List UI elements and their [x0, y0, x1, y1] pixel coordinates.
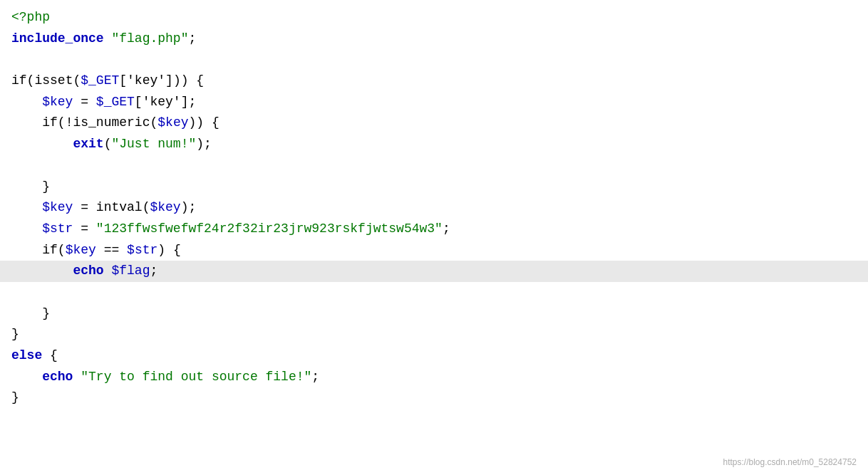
token: ;	[150, 263, 157, 278]
code-line	[0, 49, 868, 71]
token: isset	[34, 73, 73, 88]
token: "Try to find out source file!"	[81, 370, 311, 384]
watermark: https://blog.csdn.net/m0_52824752	[723, 456, 857, 469]
code-line: if(isset($_GET['key'])) {	[0, 71, 868, 92]
token: $str	[42, 221, 73, 236]
token	[11, 306, 42, 320]
token: }	[11, 327, 19, 341]
token: "Just num!"	[111, 137, 196, 151]
token: (	[73, 73, 81, 88]
token: $key	[42, 200, 73, 214]
code-line: }	[0, 177, 868, 198]
code-line: echo "Try to find out source file!";	[0, 367, 868, 388]
token: else	[11, 348, 42, 362]
token: include_once	[11, 31, 104, 46]
token: );	[196, 137, 212, 151]
token: ;	[311, 370, 319, 384]
code-line: exit("Just num!");	[0, 134, 868, 155]
token: );	[181, 200, 197, 214]
code-line: $key = $_GET['key'];	[0, 92, 868, 113]
token: $key	[150, 200, 180, 214]
token	[11, 370, 42, 384]
token: "123ffwsfwefwf24r2f32ir23jrw923rskfjwtsw…	[96, 221, 443, 236]
token: (	[58, 243, 66, 257]
token: =	[73, 200, 95, 214]
token: if	[42, 115, 58, 130]
code-line: include_once "flag.php";	[0, 28, 868, 50]
token	[11, 95, 42, 109]
token: $flag	[111, 263, 150, 278]
token: ['key']	[119, 73, 173, 88]
token: }	[11, 390, 19, 404]
token: $_GET	[81, 73, 119, 88]
token	[11, 221, 42, 236]
token: }	[42, 306, 50, 320]
code-container: <?phpinclude_once "flag.php"; if(isset($…	[0, 0, 868, 475]
code-line: $key = intval($key);	[0, 197, 868, 219]
token: intval	[96, 200, 143, 214]
code-line: }	[0, 387, 868, 409]
token: echo	[42, 370, 73, 384]
token: (	[104, 137, 112, 151]
token: ;	[188, 31, 196, 46]
token: }	[42, 179, 50, 194]
code-line: else {	[0, 345, 868, 367]
token	[11, 243, 42, 257]
token: <?php	[11, 10, 50, 24]
code-line: if(!is_numeric($key)) {	[0, 113, 868, 134]
code-line: }	[0, 303, 868, 325]
token: ;	[443, 221, 450, 236]
token: (	[143, 200, 150, 214]
token: ) {	[157, 243, 180, 257]
token	[104, 31, 112, 46]
token: ['key'];	[135, 95, 196, 109]
token: ==	[96, 243, 127, 257]
code-line: if($key == $str) {	[0, 240, 868, 261]
token: )) {	[173, 73, 204, 88]
token	[11, 137, 73, 151]
token: $key	[42, 95, 73, 109]
token: (	[150, 115, 157, 130]
code-line: }	[0, 324, 868, 345]
token: exit	[73, 137, 103, 151]
token	[11, 263, 73, 278]
token: {	[42, 348, 58, 362]
token: echo	[73, 263, 103, 278]
code-line	[0, 282, 868, 303]
token: $str	[127, 243, 157, 257]
token: $key	[66, 243, 96, 257]
token: $key	[157, 115, 188, 130]
token: )) {	[189, 115, 219, 130]
token: =	[73, 221, 95, 236]
code-line	[0, 155, 868, 177]
code-line: $str = "123ffwsfwefwf24r2f32ir23jrw923rs…	[0, 219, 868, 240]
token: is_numeric	[73, 115, 150, 130]
code-line: <?php	[0, 7, 868, 28]
token	[11, 200, 42, 214]
token: (!	[58, 115, 73, 130]
token: if	[42, 243, 58, 257]
token: if	[11, 73, 27, 88]
token: $_GET	[96, 95, 135, 109]
token	[104, 263, 112, 278]
token	[11, 179, 42, 194]
token	[73, 370, 81, 384]
token	[11, 115, 42, 130]
token: =	[73, 95, 95, 109]
token: (	[27, 73, 35, 88]
token: "flag.php"	[111, 31, 188, 46]
code-line: echo $flag;	[0, 261, 868, 282]
